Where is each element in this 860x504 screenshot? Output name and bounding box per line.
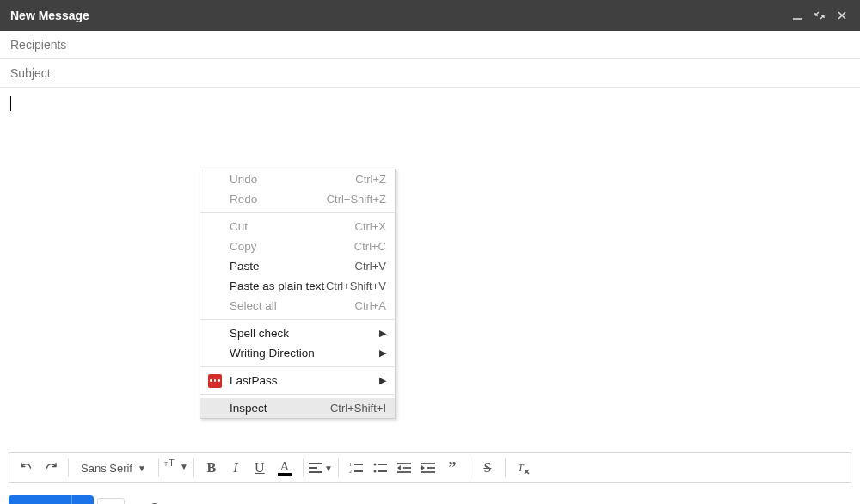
text-cursor [10, 96, 11, 111]
context-menu-shortcut: Ctrl+C [354, 240, 386, 253]
font-family-dropdown[interactable]: Sans Serif ▼ [74, 462, 153, 475]
align-button[interactable]: ▼ [309, 456, 333, 480]
chevron-down-icon: ▼ [138, 464, 146, 473]
recipients-placeholder: Recipients [10, 38, 66, 52]
more-options-button[interactable] [793, 498, 819, 504]
context-menu-label: Inspect [230, 402, 330, 415]
context-menu-shortcut: Ctrl+Shift+V [326, 280, 386, 292]
context-menu-item: CopyCtrl+C [200, 237, 395, 256]
confidential-mode-button[interactable] [302, 498, 328, 504]
context-menu-item[interactable]: Spell check▶ [200, 323, 395, 343]
context-menu-shortcut: Ctrl+V [355, 260, 386, 273]
context-menu-shortcut: Ctrl+A [355, 299, 386, 312]
context-menu-label: Select all [230, 299, 355, 312]
bulleted-list-button[interactable] [368, 456, 392, 480]
window-title: New Message [10, 9, 89, 22]
insert-signature-button[interactable] [335, 498, 360, 504]
context-menu-item: UndoCtrl+Z [200, 169, 395, 189]
context-menu-label: Cut [230, 220, 355, 233]
chevron-down-icon: ▼ [180, 462, 188, 471]
insert-emoji-button[interactable] [204, 498, 230, 504]
svg-text:T: T [169, 458, 175, 468]
context-menu-item: RedoCtrl+Shift+Z [200, 189, 395, 209]
context-menu-label: Spell check [230, 327, 386, 340]
text-color-button[interactable]: A [272, 456, 298, 480]
context-menu-label: Paste as plain text [230, 280, 326, 292]
chevron-down-icon: ▼ [324, 464, 333, 473]
context-menu-label: Copy [230, 240, 354, 253]
svg-text:T: T [164, 461, 168, 467]
svg-point-12 [373, 464, 376, 466]
context-menu-shortcut: Ctrl+Shift+I [330, 402, 386, 415]
context-menu-item: CutCtrl+X [200, 217, 395, 237]
message-body[interactable] [0, 88, 860, 452]
attach-file-button[interactable] [138, 498, 164, 504]
context-menu-separator [200, 319, 395, 320]
context-menu-label: Writing Direction [230, 347, 386, 360]
context-menu-item[interactable]: Writing Direction▶ [200, 343, 395, 363]
recipients-field[interactable]: Recipients [0, 31, 860, 59]
insert-photo-button[interactable] [269, 498, 295, 504]
compose-action-bar: Send ▼ A [0, 490, 860, 504]
undo-button[interactable] [15, 456, 39, 480]
context-menu-item: Select allCtrl+A [200, 296, 395, 316]
context-menu-separator [200, 212, 395, 213]
send-button[interactable]: Send [9, 495, 71, 504]
lastpass-icon [207, 373, 223, 389]
send-options-button[interactable]: ▼ [71, 495, 94, 504]
svg-point-13 [373, 470, 376, 473]
indent-less-button[interactable] [392, 456, 416, 480]
minimize-button[interactable] [789, 8, 805, 23]
discard-draft-button[interactable] [826, 498, 851, 504]
font-name-label: Sans Serif [81, 462, 132, 475]
subject-field[interactable]: Subject [0, 59, 860, 88]
quote-button[interactable]: ” [440, 456, 464, 480]
popout-button[interactable] [812, 8, 827, 23]
context-menu-label: Redo [230, 193, 327, 206]
svg-text:T: T [518, 462, 525, 474]
bold-button[interactable]: B [200, 456, 224, 480]
submenu-arrow-icon: ▶ [379, 347, 386, 359]
context-menu-item[interactable]: Paste as plain textCtrl+Shift+V [200, 276, 395, 296]
context-menu-item[interactable]: InspectCtrl+Shift+I [200, 398, 395, 418]
formatting-options-button[interactable]: A [97, 498, 125, 504]
italic-button[interactable]: I [224, 456, 248, 480]
formatting-toolbar: Sans Serif ▼ T T ▼ B I U A ▼ 1 2 [9, 452, 851, 483]
context-menu-label: Undo [230, 173, 355, 186]
subject-placeholder: Subject [10, 66, 51, 80]
svg-text:1: 1 [349, 462, 352, 467]
close-button[interactable] [834, 8, 850, 23]
context-menu-shortcut: Ctrl+Shift+Z [327, 193, 386, 206]
indent-more-button[interactable] [416, 456, 440, 480]
strikethrough-button[interactable]: S [476, 456, 500, 480]
context-menu-separator [200, 394, 395, 395]
submenu-arrow-icon: ▶ [379, 328, 386, 339]
context-menu-separator [200, 366, 395, 367]
submenu-arrow-icon: ▶ [379, 375, 386, 386]
numbered-list-button[interactable]: 1 2 [344, 456, 368, 480]
svg-text:2: 2 [349, 469, 352, 474]
insert-drive-button[interactable] [236, 498, 262, 504]
context-menu-shortcut: Ctrl+X [355, 220, 386, 233]
context-menu-item[interactable]: LastPass▶ [200, 371, 395, 390]
context-menu: UndoCtrl+ZRedoCtrl+Shift+ZCutCtrl+XCopyC… [200, 169, 396, 419]
context-menu-label: LastPass [230, 374, 386, 387]
context-menu-item[interactable]: PasteCtrl+V [200, 256, 395, 276]
underline-button[interactable]: U [248, 456, 272, 480]
context-menu-label: Paste [230, 260, 355, 273]
compose-titlebar: New Message [0, 0, 860, 31]
font-size-button[interactable]: T T ▼ [164, 456, 188, 480]
context-menu-shortcut: Ctrl+Z [355, 173, 386, 186]
remove-formatting-button[interactable]: T [511, 456, 535, 480]
insert-link-button[interactable] [171, 498, 197, 504]
redo-button[interactable] [39, 456, 63, 480]
